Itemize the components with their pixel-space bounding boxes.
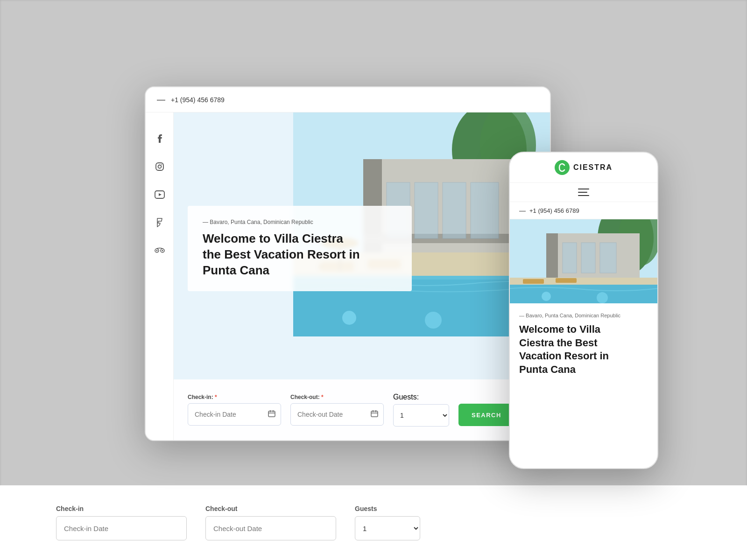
checkin-label: Check-in: * xyxy=(188,394,281,400)
mobile-hero-text: — Bavaro, Punta Cana, Dominican Republic… xyxy=(510,303,657,385)
guests-field: Guests: 1 2 3 4 xyxy=(393,393,449,427)
checkin-required: * xyxy=(215,394,217,400)
hero-title: Welcome to Villa Ciestra the Best Vacati… xyxy=(203,231,397,278)
tablet-main: — Bavaro, Punta Cana, Dominican Republic… xyxy=(174,112,550,440)
svg-rect-46 xyxy=(556,278,577,283)
hero-card: — Bavaro, Punta Cana, Dominican Republic… xyxy=(188,206,412,291)
svg-rect-19 xyxy=(471,182,499,238)
bg-checkin-input[interactable] xyxy=(56,516,187,540)
foursquare-icon[interactable] xyxy=(152,215,167,230)
svg-point-44 xyxy=(597,292,608,303)
youtube-icon[interactable] xyxy=(152,187,167,202)
mobile-phone-number: +1 (954) 456 6789 xyxy=(529,207,579,214)
svg-rect-40 xyxy=(600,243,616,273)
checkin-input[interactable] xyxy=(188,403,281,426)
tablet-mockup: — +1 (954) 456 6789 xyxy=(145,86,551,441)
checkout-input[interactable] xyxy=(290,403,384,426)
svg-point-8 xyxy=(162,250,163,252)
instagram-icon[interactable] xyxy=(152,159,167,174)
checkout-label: Check-out: * xyxy=(290,394,384,400)
svg-rect-38 xyxy=(563,243,577,273)
svg-point-23 xyxy=(342,311,356,325)
tripadvisor-icon[interactable] xyxy=(152,243,167,258)
tablet-topbar: — +1 (954) 456 6789 xyxy=(146,87,550,112)
mobile-hero-image xyxy=(510,219,657,303)
svg-point-7 xyxy=(156,250,157,252)
svg-point-24 xyxy=(425,312,442,329)
hamburger-line-middle xyxy=(578,192,587,193)
bg-guests-select[interactable]: 1234 xyxy=(355,516,420,540)
svg-rect-0 xyxy=(156,163,163,170)
social-sidebar xyxy=(146,112,174,440)
topbar-phone: +1 (954) 456 6789 xyxy=(171,96,225,104)
checkout-input-wrap xyxy=(290,403,384,426)
mobile-logo: CIESTRA xyxy=(555,160,613,175)
checkout-field: Check-out: * xyxy=(290,394,384,426)
bg-checkin-label: Check-in xyxy=(56,505,187,512)
facebook-icon[interactable] xyxy=(152,131,167,146)
mobile-mockup: CIESTRA — +1 (954) 456 6789 xyxy=(509,152,658,469)
hero-location: — Bavaro, Punta Cana, Dominican Republic xyxy=(203,219,397,225)
mobile-hamburger-bar xyxy=(510,183,657,202)
svg-rect-18 xyxy=(443,182,466,238)
svg-rect-45 xyxy=(523,279,544,284)
hamburger-line-bottom xyxy=(578,195,589,196)
checkin-input-wrap xyxy=(188,403,281,426)
bg-checkout-input[interactable] xyxy=(205,516,336,540)
mobile-title: Welcome to Villa Ciestra the Best Vacati… xyxy=(519,323,648,376)
checkout-required: * xyxy=(321,394,324,400)
mobile-phone-dash: — xyxy=(519,207,526,214)
svg-point-2 xyxy=(161,164,162,165)
bg-checkout-field: Check-out xyxy=(205,505,336,540)
svg-rect-39 xyxy=(581,243,595,273)
mobile-location: — Bavaro, Punta Cana, Dominican Republic xyxy=(519,313,648,318)
guests-label: Guests: xyxy=(393,393,449,401)
bg-guests-field: Guests 1234 xyxy=(355,505,420,540)
guests-select[interactable]: 1 2 3 4 xyxy=(393,404,449,427)
mobile-logo-icon xyxy=(555,160,570,175)
mobile-logo-text: CIESTRA xyxy=(573,163,613,172)
tablet-content: — Bavaro, Punta Cana, Dominican Republic… xyxy=(146,112,550,440)
mobile-phone-bar: — +1 (954) 456 6789 xyxy=(510,202,657,219)
svg-rect-37 xyxy=(546,233,558,280)
hamburger-line-top xyxy=(578,189,589,189)
svg-point-1 xyxy=(158,165,161,168)
svg-rect-17 xyxy=(415,182,438,238)
main-scene: — +1 (954) 456 6789 xyxy=(117,58,630,502)
svg-point-43 xyxy=(542,292,551,301)
bg-checkin-field: Check-in xyxy=(56,505,187,540)
search-button[interactable]: SEARCH xyxy=(458,404,514,426)
checkin-field: Check-in: * xyxy=(188,394,281,426)
topbar-dash: — xyxy=(157,95,165,105)
hamburger-menu[interactable] xyxy=(578,189,589,196)
bg-checkout-label: Check-out xyxy=(205,505,336,512)
bg-guests-label: Guests xyxy=(355,505,420,512)
svg-marker-4 xyxy=(159,193,162,196)
mobile-nav: CIESTRA xyxy=(510,153,657,183)
booking-bar: Check-in: * xyxy=(174,379,550,440)
